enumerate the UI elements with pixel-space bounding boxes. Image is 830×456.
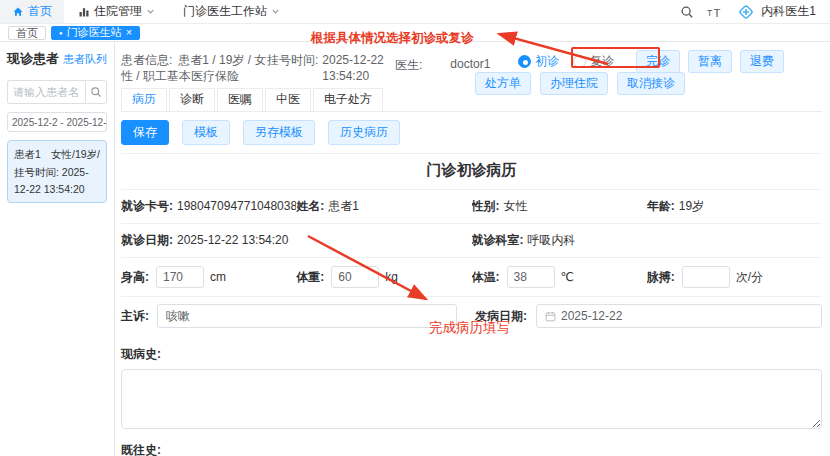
record-tabs: 病历 诊断 医嘱 中医 电子处方 (121, 88, 822, 112)
date-range-value: 2025-12-2 - 2025-12-2 (12, 117, 107, 128)
present-illness-textarea[interactable] (121, 369, 822, 429)
nav-item-outpatient[interactable]: 门诊医生工作站 (169, 3, 294, 20)
finish-visit-button[interactable]: 完诊 (636, 50, 680, 73)
doctor-label: 医生: (395, 57, 422, 88)
section-past-history: 既往史: (121, 442, 822, 456)
patient-search-input[interactable] (7, 80, 85, 104)
form-row-vitals: 身高:cm 体重:kg 体温:℃ 脉搏:次/分 (121, 257, 822, 296)
present-illness-label: 现病史: (121, 346, 822, 363)
svg-text:T: T (714, 6, 721, 18)
font-size-icon[interactable]: TT (707, 5, 724, 19)
pause-visit-button[interactable]: 暂离 (688, 50, 732, 73)
patient-search-button[interactable] (85, 80, 107, 104)
name-value: 患者1 (328, 199, 359, 213)
prescription-sheet-button[interactable]: 处方单 (475, 72, 531, 95)
section-present-illness: 现病史: (121, 346, 822, 432)
calendar-icon (545, 311, 556, 322)
radio-first-visit-label: 初诊 (535, 53, 559, 70)
tab-diagnosis[interactable]: 诊断 (169, 88, 215, 111)
form-title: 门诊初诊病历 (121, 154, 822, 189)
tab-home[interactable]: 首页 (8, 26, 46, 40)
medical-record-form: 门诊初诊病历 就诊卡号:1980470947710480386 姓名:患者1 性… (121, 153, 822, 456)
close-icon[interactable]: × (126, 27, 132, 38)
weight-unit: kg (385, 270, 398, 284)
onset-date-picker[interactable]: 2025-12-22 (536, 304, 822, 328)
main-layout: 现诊患者 患者队列 2025-12-2 - 2025-12-2 患者1 女性/1… (0, 42, 830, 456)
reg-time-value: 2025-12-22 13:54:20 (322, 52, 390, 88)
nav-home-label: 首页 (28, 3, 52, 20)
reg-time-label: 挂号时间: (267, 52, 318, 88)
height-unit: cm (210, 270, 226, 284)
pulse-unit: 次/分 (736, 270, 763, 284)
tab-outpatient-label: 门诊医生站 (67, 26, 122, 39)
radio-return-visit[interactable]: 复诊 (573, 53, 614, 70)
top-navbar: 首页 住院管理 门诊医生工作站 TT 内科医生1 (0, 0, 830, 24)
nav-item-inpatient[interactable]: 住院管理 (64, 3, 169, 20)
name-label: 姓名: (296, 199, 324, 213)
patient-summary: 女性/19岁/ (51, 146, 100, 162)
search-icon[interactable] (680, 5, 694, 19)
card-no-value: 1980470947710480386 (177, 199, 296, 213)
user-name: 内科医生1 (761, 3, 816, 20)
reg-time-label: 挂号时间: (14, 166, 59, 178)
patient-reg-time: 挂号时间: 2025-12-22 13:54:20 (14, 164, 100, 197)
patient-header: 患者信息:患者1 / 19岁 / 女性 / 职工基本医疗保险 挂号时间: 202… (121, 42, 822, 88)
weight-input[interactable] (331, 266, 379, 288)
nav-right-tools: TT 内科医生1 (680, 3, 830, 21)
header-actions-row2: 处方单 办理住院 取消接诊 (475, 72, 685, 95)
onset-date-value: 2025-12-22 (561, 309, 622, 323)
history-records-button[interactable]: 历史病历 (328, 120, 400, 145)
patient-queue-link[interactable]: 患者队列 (63, 52, 107, 67)
date-range-picker[interactable]: 2025-12-2 - 2025-12-2 (7, 112, 107, 132)
patient-info-label: 患者信息: (121, 53, 172, 67)
dept-value: 呼吸内科 (528, 233, 576, 247)
tab-medical-record[interactable]: 病历 (121, 88, 167, 111)
chief-complaint-label: 主诉: (121, 308, 149, 325)
age-value: 19岁 (679, 199, 704, 213)
tab-doctor-orders[interactable]: 医嘱 (217, 88, 263, 111)
onset-date-label: 发病日期: (475, 308, 527, 325)
visit-date-value: 2025-12-22 13:54:20 (177, 233, 288, 247)
chevron-down-icon (271, 7, 280, 16)
pulse-label: 脉搏: (647, 270, 675, 284)
height-input[interactable] (156, 266, 204, 288)
nav-item-home[interactable]: 首页 (0, 0, 64, 23)
cancel-reception-button[interactable]: 取消接诊 (617, 72, 685, 95)
save-button[interactable]: 保存 (121, 120, 169, 145)
template-button[interactable]: 模板 (182, 120, 230, 145)
radio-first-visit[interactable]: 初诊 (518, 53, 559, 70)
radio-unchecked-icon (573, 55, 586, 68)
gender-label: 性别: (472, 199, 500, 213)
tab-tcm[interactable]: 中医 (265, 88, 311, 111)
card-no-label: 就诊卡号: (121, 199, 173, 213)
radio-return-visit-label: 复诊 (590, 53, 614, 70)
nav-inpatient-label: 住院管理 (94, 3, 142, 20)
tab-e-prescription[interactable]: 电子处方 (313, 88, 383, 111)
avatar-logo-icon (737, 3, 755, 21)
refund-button[interactable]: 退费 (740, 50, 784, 73)
tab-outpatient-station[interactable]: ● 门诊医生站 × (51, 26, 140, 40)
chief-complaint-input[interactable] (157, 304, 457, 328)
weight-label: 体重: (296, 270, 324, 284)
reg-time-block: 挂号时间: 2025-12-22 13:54:20 (267, 52, 395, 88)
gender-value: 女性 (504, 199, 528, 213)
form-row-identity: 就诊卡号:1980470947710480386 姓名:患者1 性别:女性 年龄… (121, 189, 822, 223)
patient-card-selected[interactable]: 患者1 女性/19岁/ 挂号时间: 2025-12-22 13:54:20 (7, 140, 107, 203)
svg-text:T: T (707, 7, 712, 17)
home-icon (12, 6, 24, 18)
record-toolbar: 保存 模板 另存模板 历史病历 (121, 112, 822, 153)
active-dot-icon: ● (59, 30, 63, 36)
sidebar-title: 现诊患者 (7, 50, 59, 68)
patient-card-row: 患者1 女性/19岁/ (14, 146, 100, 162)
patient-search (7, 80, 107, 104)
admit-inpatient-button[interactable]: 办理住院 (540, 72, 608, 95)
main-content: 患者信息:患者1 / 19岁 / 女性 / 职工基本医疗保险 挂号时间: 202… (115, 42, 830, 456)
user-menu[interactable]: 内科医生1 (737, 3, 816, 21)
nav-outpatient-label: 门诊医生工作站 (183, 3, 267, 20)
pulse-input[interactable] (682, 266, 730, 288)
visit-type-radio-group: 初诊 复诊 (518, 53, 614, 70)
visit-date-label: 就诊日期: (121, 233, 173, 247)
save-as-template-button[interactable]: 另存模板 (243, 120, 315, 145)
temperature-input[interactable] (507, 266, 555, 288)
sidebar-header: 现诊患者 患者队列 (7, 50, 107, 68)
